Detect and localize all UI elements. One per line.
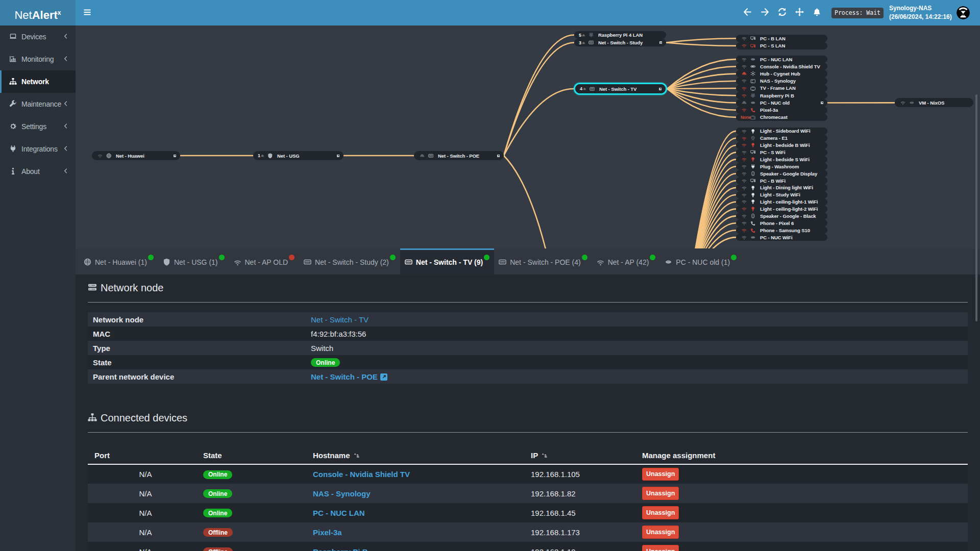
unassign-button[interactable]: Unassign bbox=[642, 545, 679, 551]
column-header-hostname[interactable]: Hostname bbox=[313, 447, 531, 464]
wifi-icon bbox=[742, 43, 747, 48]
device-node-net-switch-poe[interactable]: Net - Switch - POE bbox=[414, 151, 504, 160]
move-button[interactable] bbox=[795, 8, 804, 18]
unassign-button[interactable]: Unassign bbox=[642, 487, 679, 500]
device-node-light-ceiling-light-1-wifi[interactable]: Light - ceiling-light-1 WiFi bbox=[736, 198, 827, 206]
user-avatar[interactable] bbox=[957, 6, 970, 19]
device-node-nas-synology[interactable]: NAS - Synology bbox=[736, 78, 827, 85]
sidebar-item-network[interactable]: Network bbox=[0, 70, 76, 93]
external-link-icon[interactable] bbox=[380, 373, 387, 381]
sidebar-toggle-button[interactable] bbox=[76, 0, 99, 26]
sort-icon[interactable] bbox=[353, 452, 360, 460]
device-hostname-link[interactable]: PC - NUC LAN bbox=[313, 509, 365, 517]
unassign-button[interactable]: Unassign bbox=[642, 525, 679, 539]
device-node-pc-nuc-wifi[interactable]: PC - NUC WiFi bbox=[736, 234, 827, 241]
device-node-pc-s-lan[interactable]: PC - S LAN bbox=[736, 42, 827, 50]
bulb-icon bbox=[750, 157, 756, 162]
device-node-light-bedside-b-wifi[interactable]: Light - bedside B WiFi bbox=[736, 142, 827, 149]
graph-node-tvkids[interactable]: PC - NUC LANConsole - Nvidia Shield TVHu… bbox=[736, 56, 827, 121]
node-connector-handle[interactable] bbox=[497, 155, 500, 157]
device-node-pixel-3a[interactable]: Pixel-3a bbox=[736, 107, 827, 114]
chevron-left-icon bbox=[63, 168, 69, 175]
node-link[interactable]: Net - Switch - TV bbox=[311, 315, 369, 324]
device-row: N/AOfflineRaspberry Pi B192.168.1.19Unas… bbox=[88, 542, 968, 551]
sidebar-item-settings[interactable]: Settings bbox=[0, 115, 76, 138]
tab-pc-nuc-old-1-[interactable]: PC - NUC old (1) bbox=[660, 248, 741, 274]
device-node-plug-washroom[interactable]: Plug - Washroom bbox=[736, 163, 827, 170]
wifi-icon bbox=[742, 228, 747, 233]
network-topology-canvas[interactable]: Net - Huawei1Net - USGNet - Switch - POE… bbox=[76, 26, 980, 248]
device-node-net-switch-tv[interactable]: 4Net - Switch - TV bbox=[575, 84, 666, 93]
device-node-phone-samsung-s10[interactable]: Phone - Samsung S10 bbox=[736, 227, 827, 234]
node-connector-handle[interactable] bbox=[337, 155, 339, 157]
device-node-raspberry-pi-b[interactable]: Raspberry Pi B bbox=[736, 92, 827, 99]
node-connector-handle[interactable] bbox=[659, 41, 662, 44]
tab-net-switch-poe-4-[interactable]: Net - Switch - POE (4) bbox=[494, 248, 592, 274]
device-node-tv-frame-lan[interactable]: TV - Frame LAN bbox=[736, 85, 827, 92]
parent-node-link[interactable]: Net - Switch - POE bbox=[311, 372, 378, 381]
device-node-hub-cygnet-hub[interactable]: Hub - Cygnet Hub bbox=[736, 70, 827, 77]
device-node-light-dining-light-wifi[interactable]: Light - Dining light WiFi bbox=[736, 184, 827, 191]
graph-node-study[interactable]: 5Raspberry Pi 4 LAN3Net - Switch - Study bbox=[574, 31, 666, 46]
graph-node-huawei[interactable]: Net - Huawei bbox=[92, 151, 180, 160]
app-logo[interactable]: NetAlertx bbox=[0, 0, 76, 26]
process-status-badge: Process: Wait bbox=[831, 8, 884, 18]
graph-node-usg[interactable]: 1Net - USG bbox=[253, 151, 344, 160]
device-node-pc-b-wifi[interactable]: PC - B WiFi bbox=[736, 177, 827, 184]
node-connector-handle[interactable] bbox=[174, 155, 176, 157]
bell-button[interactable] bbox=[812, 8, 821, 18]
ethport-icon bbox=[742, 100, 747, 105]
sidebar-item-monitoring[interactable]: Monitoring bbox=[0, 48, 76, 70]
device-node-net-switch-study[interactable]: 3Net - Switch - Study bbox=[574, 39, 666, 46]
arrow-left-button[interactable] bbox=[743, 8, 752, 18]
device-node-label: Phone - Samsung S10 bbox=[760, 228, 810, 233]
tab-net-usg-1-[interactable]: Net - USG (1) bbox=[158, 248, 229, 274]
tab-net-switch-tv-9-[interactable]: Net - Switch - TV (9) bbox=[400, 248, 494, 274]
tab-net-ap-old[interactable]: Net - AP OLD bbox=[229, 248, 300, 274]
column-header-ip[interactable]: IP bbox=[531, 447, 642, 464]
device-node-raspberry-pi-4-lan[interactable]: 5Raspberry Pi 4 LAN bbox=[574, 31, 666, 39]
graph-node-ap[interactable]: Light - Sideboard WiFiCamera - E1Light -… bbox=[736, 128, 827, 241]
tab-net-ap-42-[interactable]: Net - AP (42) bbox=[592, 248, 660, 274]
tab-net-switch-study-2-[interactable]: Net - Switch - Study (2) bbox=[299, 248, 400, 274]
device-node-camera-e1[interactable]: Camera - E1 bbox=[736, 135, 827, 142]
sidebar-item-devices[interactable]: Devices bbox=[0, 26, 76, 48]
graph-node-tv[interactable]: 4Net - Switch - TV bbox=[574, 83, 667, 95]
device-node-chromecast[interactable]: NoneChromecast bbox=[736, 114, 827, 121]
device-hostname-link[interactable]: Pixel-3a bbox=[313, 528, 342, 537]
device-node-light-sideboard-wifi[interactable]: Light - Sideboard WiFi bbox=[736, 128, 827, 135]
node-connector-handle[interactable] bbox=[659, 88, 662, 90]
sidebar-item-integrations[interactable]: Integrations bbox=[0, 138, 76, 160]
device-node-net-huawei[interactable]: Net - Huawei bbox=[92, 151, 180, 160]
unassign-button[interactable]: Unassign bbox=[642, 506, 679, 519]
device-hostname-link[interactable]: NAS - Synology bbox=[313, 489, 371, 498]
device-node-net-usg[interactable]: 1Net - USG bbox=[253, 151, 344, 160]
device-node-phone-pixel-6[interactable]: Phone - Pixel 6 bbox=[736, 219, 827, 227]
device-hostname-link[interactable]: Raspberry Pi B bbox=[313, 547, 368, 551]
device-node-speaker-google-black[interactable]: Speaker - Google - Black bbox=[736, 213, 827, 220]
device-node-light-bedside-s-wifi[interactable]: Light - bedside S WiFi bbox=[736, 156, 827, 163]
network-edge bbox=[504, 43, 574, 156]
graph-node-poe[interactable]: Net - Switch - POE bbox=[414, 151, 504, 160]
device-node-pc-nuc-lan[interactable]: PC - NUC LAN bbox=[736, 56, 827, 63]
device-node-pc-nuc-old[interactable]: PC - NUC old bbox=[736, 99, 827, 106]
device-node-speaker-google-display[interactable]: Speaker - Google Display bbox=[736, 170, 827, 177]
sidebar-item-about[interactable]: About bbox=[0, 160, 76, 183]
device-hostname-link[interactable]: Console - Nvidia Shield TV bbox=[313, 470, 410, 479]
sidebar-item-maintenance[interactable]: Maintenance bbox=[0, 93, 76, 115]
device-node-light-ceiling-light-2-wifi[interactable]: Light - ceiling-light-2 WiFi bbox=[736, 206, 827, 213]
unassign-button[interactable]: Unassign bbox=[642, 468, 679, 481]
refresh-button[interactable] bbox=[777, 8, 787, 18]
graph-node-pcbs[interactable]: PC - B LANPC - S LAN bbox=[736, 35, 827, 49]
tab-net-huawei-1-[interactable]: Net - Huawei (1) bbox=[79, 248, 158, 274]
device-node-vm-nixos[interactable]: VM - NixOS bbox=[895, 98, 973, 107]
device-node-light-study-wifi[interactable]: Light - Study WiFi bbox=[736, 191, 827, 198]
sort-icon[interactable] bbox=[541, 452, 548, 460]
arrow-right-button[interactable] bbox=[760, 8, 769, 18]
device-node-pc-s-wifi[interactable]: PC - S WiFi bbox=[736, 149, 827, 156]
node-connector-handle[interactable] bbox=[821, 102, 823, 104]
device-node-console-nvidia-shield-tv[interactable]: Console - Nvidia Shield TV bbox=[736, 63, 827, 70]
graph-node-vm[interactable]: VM - NixOS bbox=[895, 98, 973, 107]
device-node-pc-b-lan[interactable]: PC - B LAN bbox=[736, 35, 827, 42]
page-scrollbar[interactable] bbox=[975, 94, 977, 321]
